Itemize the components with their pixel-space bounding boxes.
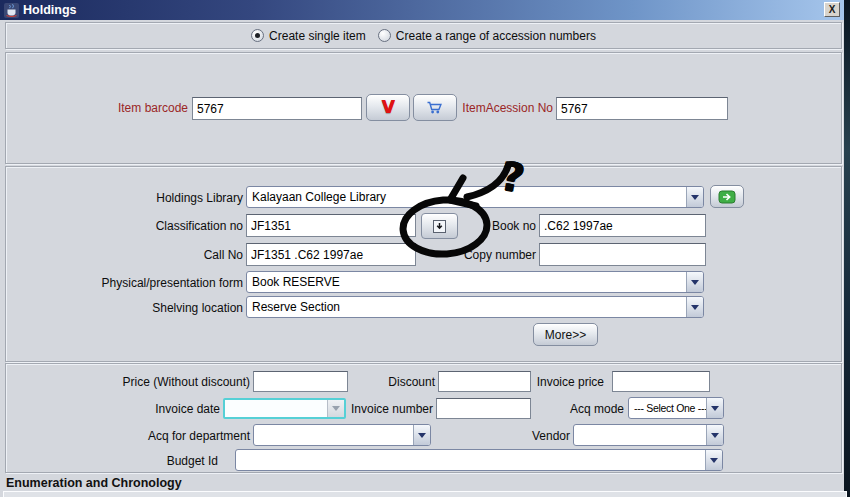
shopping-cart-icon — [426, 100, 444, 115]
verify-button[interactable]: V — [366, 94, 410, 121]
call-no-label: Call No — [100, 248, 243, 262]
book-no-label: Book no — [460, 219, 536, 233]
invoice-number-label: Invoice number — [348, 402, 433, 416]
holdings-library-combo[interactable]: Kalayaan College Library — [246, 186, 704, 208]
copy-number-input[interactable] — [539, 243, 706, 266]
discount-input[interactable] — [438, 371, 531, 392]
more-button-label: More>> — [545, 328, 586, 342]
combo-down-arrow-icon — [706, 425, 723, 445]
window-title: Holdings — [23, 3, 76, 17]
combo-down-arrow-icon — [686, 297, 703, 317]
shelving-location-label: Shelving location — [100, 301, 243, 315]
budget-id-label: Budget Id — [110, 454, 218, 468]
accession-input[interactable] — [556, 97, 728, 120]
cart-button[interactable] — [413, 94, 457, 121]
title-bar[interactable]: Holdings X — [0, 0, 844, 20]
holdings-window: Holdings X Create single item Create a r… — [0, 0, 850, 497]
copy-number-label: Copy number — [448, 248, 536, 262]
invoice-number-input[interactable] — [436, 398, 531, 419]
combo-value: Reserve Section — [247, 300, 686, 314]
physical-form-label: Physical/presentation form — [75, 276, 243, 290]
java-cup-icon — [4, 3, 19, 18]
close-icon: X — [829, 5, 836, 15]
combo-down-arrow-icon — [705, 450, 722, 470]
discount-label: Discount — [372, 375, 435, 389]
enumeration-section-title: Enumeration and Chronology — [6, 476, 182, 490]
combo-down-arrow-icon — [686, 187, 703, 207]
combo-value: Book RESERVE — [247, 275, 686, 289]
item-barcode-label: Item barcode — [58, 101, 188, 115]
accession-label: ItemAcession No — [458, 101, 553, 115]
combo-value: Kalayaan College Library — [247, 190, 686, 204]
vendor-label: Vendor — [520, 429, 570, 443]
classification-label: Classification no — [100, 219, 243, 233]
background-window-edge — [844, 0, 850, 497]
mode-radio-row: Create single item Create a range of acc… — [5, 22, 842, 49]
combo-down-arrow-icon — [413, 425, 430, 445]
book-no-input[interactable] — [539, 214, 706, 237]
invoice-price-input[interactable] — [612, 371, 710, 392]
shelving-location-combo[interactable]: Reserve Section — [246, 296, 704, 318]
classification-expand-button[interactable] — [421, 213, 458, 239]
red-v-logo-icon: V — [381, 99, 394, 116]
boxed-down-arrow-icon — [433, 220, 446, 233]
radio-unselected-icon — [378, 29, 391, 42]
go-button[interactable] — [710, 185, 744, 208]
acq-department-combo[interactable] — [253, 424, 431, 446]
radio-label: Create a range of accession numbers — [396, 29, 596, 43]
close-button[interactable]: X — [824, 2, 840, 17]
more-button[interactable]: More>> — [533, 323, 598, 346]
vendor-combo[interactable] — [573, 424, 724, 446]
price-label: Price (Without discount) — [108, 375, 250, 389]
invoice-date-combo[interactable] — [223, 398, 346, 419]
call-no-input[interactable] — [246, 243, 416, 266]
combo-down-arrow-icon — [686, 272, 703, 292]
physical-form-combo[interactable]: Book RESERVE — [246, 271, 704, 293]
acq-department-label: Acq for department — [138, 429, 250, 443]
radio-label: Create single item — [269, 29, 366, 43]
combo-value: --- Select One --- — [629, 402, 706, 414]
acq-mode-label: Acq mode — [564, 402, 624, 416]
classification-input[interactable] — [246, 214, 416, 237]
radio-selected-icon — [251, 29, 264, 42]
radio-create-single-item[interactable]: Create single item — [251, 29, 366, 43]
invoice-date-label: Invoice date — [148, 402, 220, 416]
green-right-arrow-icon — [718, 190, 736, 204]
holdings-library-label: Holdings Library — [100, 191, 243, 205]
radio-create-range[interactable]: Create a range of accession numbers — [378, 29, 596, 43]
next-panel-edge — [3, 491, 847, 497]
price-input[interactable] — [253, 371, 348, 392]
acq-mode-combo[interactable]: --- Select One --- — [628, 397, 724, 419]
combo-down-arrow-icon — [706, 398, 723, 418]
item-barcode-input[interactable] — [192, 97, 362, 120]
combo-down-arrow-icon — [327, 400, 344, 417]
budget-id-combo[interactable] — [235, 449, 723, 471]
invoice-price-label: Invoice price — [532, 375, 604, 389]
